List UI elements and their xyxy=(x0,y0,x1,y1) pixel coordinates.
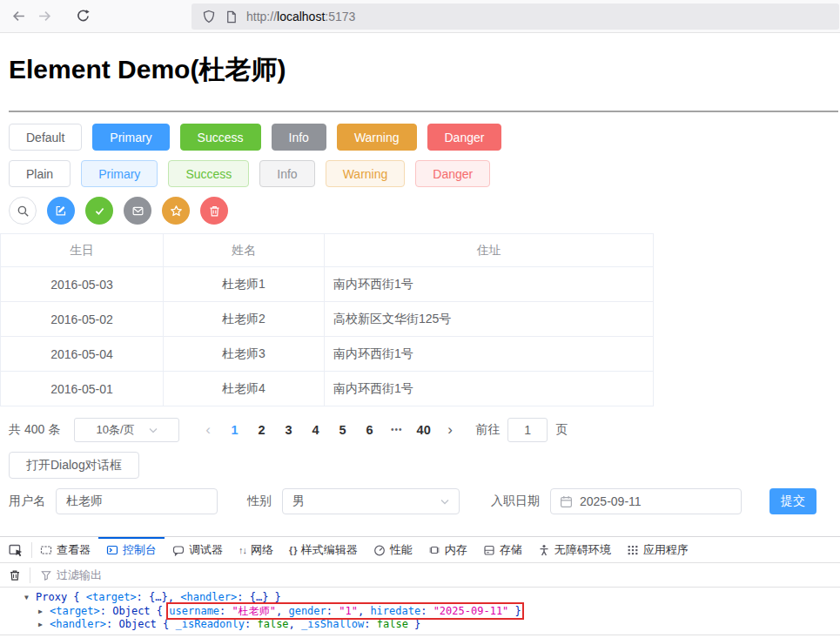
tab-label: 无障碍环境 xyxy=(554,542,611,558)
table-row[interactable]: 2016-05-03 杜老师1 南内环西街1号 xyxy=(1,267,654,302)
page-number-3[interactable]: 3 xyxy=(275,418,302,442)
hiredate-picker[interactable] xyxy=(550,488,742,514)
gender-value: 男 xyxy=(292,494,305,509)
page-size-value: 10条/页 xyxy=(97,422,135,438)
info-button[interactable]: Info xyxy=(272,124,326,151)
success-button[interactable]: Success xyxy=(180,124,261,151)
plain-success-button[interactable]: Success xyxy=(168,160,249,187)
tab-style-editor[interactable]: { } 样式编辑器 xyxy=(281,537,366,562)
table-row[interactable]: 2016-05-04 杜老师3 南内环西街1号 xyxy=(1,337,654,372)
plain-info-button[interactable]: Info xyxy=(259,160,314,187)
pick-element-icon xyxy=(9,543,23,557)
tab-label: 内存 xyxy=(445,542,467,558)
gender-select[interactable]: 男 xyxy=(282,488,460,514)
table-cell-name: 杜老师1 xyxy=(164,267,325,302)
tab-application[interactable]: 应用程序 xyxy=(619,537,696,562)
warning-button[interactable]: Warning xyxy=(337,124,417,151)
tab-memory[interactable]: 内存 xyxy=(420,537,475,562)
submit-button[interactable]: 提交 xyxy=(769,488,816,514)
tab-label: 性能 xyxy=(390,542,413,558)
edit-circle-button[interactable] xyxy=(47,197,75,225)
network-icon: ↑↓ xyxy=(239,545,246,555)
delete-circle-button[interactable] xyxy=(200,197,228,225)
employee-form: 用户名 性别 男 入职日期 提交 xyxy=(9,487,840,515)
tab-label: 查看器 xyxy=(57,542,91,558)
console-input-prompt[interactable]: » xyxy=(0,635,840,638)
table-cell-name: 杜老师3 xyxy=(164,337,325,372)
goto-page-input[interactable] xyxy=(507,418,548,442)
tab-label: 应用程序 xyxy=(643,542,689,558)
table-header-address: 住址 xyxy=(325,234,654,267)
plain-button-row: Plain Primary Success Info Warning Dange… xyxy=(9,160,840,187)
console-filter-bar xyxy=(0,563,840,588)
pagination-total: 共 400 条 xyxy=(9,422,60,438)
plain-primary-button[interactable]: Primary xyxy=(81,160,158,187)
filter-icon xyxy=(41,570,51,581)
accessibility-icon xyxy=(538,544,550,556)
table-cell-name: 杜老师4 xyxy=(164,372,325,406)
message-circle-button[interactable] xyxy=(124,197,151,225)
url-text[interactable]: http://localhost:5173 xyxy=(246,10,355,24)
more-pages-button[interactable]: ••• xyxy=(383,418,410,442)
page-number-last[interactable]: 40 xyxy=(410,418,437,442)
caret-collapsed-icon[interactable]: ▶ xyxy=(38,605,50,619)
refresh-button[interactable] xyxy=(70,3,96,30)
tab-label: 调试器 xyxy=(189,542,223,558)
browser-toolbar: http://localhost:5173 xyxy=(0,0,840,33)
check-circle-button[interactable] xyxy=(85,197,113,225)
filter-output-input[interactable] xyxy=(57,568,318,581)
table-row[interactable]: 2016-05-01 杜老师4 南内环西街1号 xyxy=(1,372,654,406)
pick-element-button[interactable] xyxy=(0,537,31,562)
tab-debugger[interactable]: 调试器 xyxy=(165,537,231,562)
page-number-2[interactable]: 2 xyxy=(248,418,275,442)
hiredate-input[interactable] xyxy=(580,494,710,508)
edit-icon xyxy=(55,205,67,217)
page-title: Element Demo(杜老师) xyxy=(9,52,831,88)
open-dialog-button[interactable]: 打开Dialog对话框 xyxy=(9,452,139,479)
console-output: ▼Proxy { <target>: {…}, <handler>: {…} }… xyxy=(0,588,840,638)
tab-accessibility[interactable]: 无障碍环境 xyxy=(530,537,619,562)
performance-icon xyxy=(373,544,386,556)
username-input[interactable] xyxy=(56,488,218,514)
caret-collapsed-icon[interactable]: ▶ xyxy=(38,618,50,632)
search-circle-button[interactable] xyxy=(9,197,37,225)
data-table: 生日 姓名 住址 2016-05-03 杜老师1 南内环西街1号 2016-05… xyxy=(0,233,654,406)
plain-danger-button[interactable]: Danger xyxy=(415,160,490,187)
shield-icon[interactable] xyxy=(202,10,216,24)
back-button[interactable] xyxy=(5,3,31,30)
memory-icon xyxy=(428,544,440,556)
page-info-icon[interactable] xyxy=(225,10,238,24)
message-icon xyxy=(131,205,144,218)
goto-unit-label: 页 xyxy=(555,422,568,438)
url-bar[interactable]: http://localhost:5173 xyxy=(192,3,839,30)
table-row[interactable]: 2016-05-02 杜老师2 高校新区文华街125号 xyxy=(1,302,654,337)
tab-console[interactable]: 控制台 xyxy=(98,537,165,562)
username-label: 用户名 xyxy=(9,494,45,509)
prev-page-button[interactable]: ‹ xyxy=(195,418,221,442)
next-page-button[interactable]: › xyxy=(437,418,463,442)
danger-button[interactable]: Danger xyxy=(427,124,502,151)
table-cell-address: 南内环西街1号 xyxy=(325,337,654,372)
table-cell-address: 高校新区文华街125号 xyxy=(325,302,654,337)
primary-button[interactable]: Primary xyxy=(92,124,169,151)
table-header-birthday: 生日 xyxy=(1,234,164,267)
caret-expanded-icon[interactable]: ▼ xyxy=(24,591,36,605)
tab-label: 网络 xyxy=(251,542,273,558)
plain-warning-button[interactable]: Warning xyxy=(326,160,406,187)
inspector-icon xyxy=(40,544,52,556)
default-button[interactable]: Default xyxy=(9,124,82,151)
page-number-6[interactable]: 6 xyxy=(356,418,383,442)
clear-console-button[interactable] xyxy=(0,569,30,581)
page-number-1[interactable]: 1 xyxy=(221,418,248,442)
forward-button[interactable] xyxy=(31,3,57,30)
star-circle-button[interactable] xyxy=(162,197,190,225)
page-size-select[interactable]: 10条/页 xyxy=(74,418,179,442)
page-number-5[interactable]: 5 xyxy=(329,418,356,442)
plain-button[interactable]: Plain xyxy=(9,160,71,187)
page-number-4[interactable]: 4 xyxy=(302,418,329,442)
tab-storage[interactable]: 存储 xyxy=(475,537,530,562)
tab-inspector[interactable]: 查看器 xyxy=(32,537,98,562)
tab-performance[interactable]: 性能 xyxy=(366,537,420,562)
tab-network[interactable]: ↑↓ 网络 xyxy=(231,537,281,562)
table-header-name: 姓名 xyxy=(164,234,325,267)
